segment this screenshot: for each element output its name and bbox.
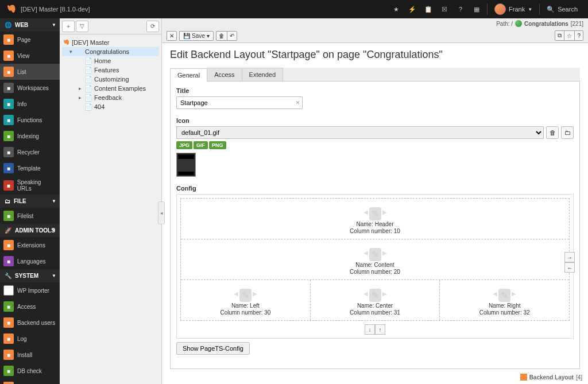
module-item-languages[interactable]: ■Languages — [0, 253, 60, 269]
flash-icon[interactable]: ⚡ — [404, 0, 420, 18]
tab-general[interactable]: General — [170, 68, 207, 82]
module-item-configuration[interactable]: ■Configuration — [0, 379, 60, 384]
open-new-window-button[interactable]: ⧉ — [555, 30, 564, 41]
new-page-icon[interactable]: ＋ — [62, 21, 75, 32]
edit-cell-icon[interactable]: ✎ — [369, 207, 381, 220]
tree-node[interactable]: 📄Customizing — [62, 75, 159, 84]
icon-select[interactable]: default_01.gif — [176, 126, 544, 139]
grid-cell[interactable]: ✎Name: HeaderColumn number: 10 — [181, 199, 569, 239]
tree-root[interactable]: [DEV] Master — [62, 38, 159, 47]
module-item-wp-importer[interactable]: ■WP Importer — [0, 282, 60, 298]
module-item-view[interactable]: ■View — [0, 48, 60, 64]
edit-cell-icon[interactable]: ✎ — [239, 289, 252, 302]
grid-cell[interactable]: ✎Name: LeftColumn number: 30 — [181, 280, 311, 320]
config-wizard: ✎Name: HeaderColumn number: 10✎Name: Con… — [176, 194, 574, 339]
delete-icon-button[interactable]: 🗑 — [546, 126, 559, 139]
tab-extended[interactable]: Extended — [242, 68, 283, 81]
clipboard-icon[interactable]: 📋 — [420, 0, 436, 18]
module-icon: ■ — [3, 317, 14, 328]
add-row-button[interactable]: ↓ — [365, 324, 375, 335]
bookmark-star-icon[interactable]: ★ — [388, 0, 404, 18]
module-item-page[interactable]: ■Page — [0, 32, 60, 48]
module-item-speaking-urls[interactable]: ■Speaking URLs — [0, 176, 60, 195]
globe-icon — [75, 48, 83, 56]
site-title: [DEV] Master [8.1.0-dev] — [21, 6, 90, 13]
module-item-info[interactable]: ■Info — [0, 96, 60, 112]
application-icon[interactable]: ▦ — [469, 0, 485, 18]
bookmark-button[interactable]: ☆ — [564, 30, 575, 41]
module-item-list[interactable]: ■List — [0, 64, 60, 80]
grid-cell[interactable]: ✎Name: RightColumn number: 32 — [440, 280, 569, 320]
module-label: Info — [17, 101, 27, 107]
tree-node-selected[interactable]: ▾ Congratulations — [62, 47, 159, 56]
save-group: 💾 Save ▾ — [179, 31, 214, 41]
user-menu[interactable]: Frank ▼ — [490, 3, 537, 15]
grid-cell[interactable]: ✎Name: ContentColumn number: 20 — [181, 239, 569, 280]
undo-button[interactable]: ↶ — [227, 31, 237, 41]
module-icon: ■ — [3, 285, 14, 296]
module-label: Indexing — [17, 133, 39, 139]
help-icon[interactable]: ? — [452, 0, 469, 18]
splitter-handle[interactable]: ◂ — [158, 201, 165, 224]
tree-node[interactable]: ▸📄Feedback — [62, 93, 159, 102]
edit-cell-icon[interactable]: ✎ — [369, 248, 381, 261]
title-input[interactable] — [176, 96, 303, 109]
show-pagets-button[interactable]: Show PageTS-Config — [176, 342, 250, 355]
modgroup-system[interactable]: 🔧 SYSTEM ▼ — [0, 269, 60, 282]
module-item-recycler[interactable]: ■Recycler — [0, 144, 60, 160]
add-column-button[interactable]: → — [564, 252, 575, 262]
clear-input-icon[interactable]: × — [296, 99, 300, 107]
refresh-icon[interactable]: ⟳ — [146, 21, 159, 32]
module-icon: ■ — [3, 115, 14, 125]
modgroup-web[interactable]: 🌐 WEB ▼ — [0, 18, 60, 32]
delete-button[interactable]: 🗑 — [216, 31, 227, 41]
tab-access[interactable]: Access — [207, 68, 242, 81]
user-name: Frank — [509, 6, 525, 13]
module-icon: ■ — [3, 256, 14, 266]
module-item-template[interactable]: ■Template — [0, 160, 60, 176]
filetype-badge: JPG — [176, 141, 192, 149]
page-tree-panel: ＋ ▽ ⟳ [DEV] Master ▾ Congratulations 📄Ho… — [60, 18, 162, 384]
clear-cache-icon[interactable]: ☒ — [436, 0, 452, 18]
tree-node[interactable]: 📄Home — [62, 56, 159, 65]
tree-toolbar: ＋ ▽ ⟳ — [60, 18, 161, 34]
module-item-install[interactable]: ■Install — [0, 347, 60, 363]
expand-icon[interactable]: ▸ — [77, 95, 83, 100]
module-item-indexing[interactable]: ■Indexing — [0, 128, 60, 144]
module-item-access[interactable]: ■Access — [0, 298, 60, 315]
module-label: Workspaces — [17, 85, 49, 91]
tree-node[interactable]: 📄404 — [62, 102, 159, 111]
module-item-backend-users[interactable]: ■Backend users — [0, 315, 60, 331]
module-label: Extensions — [17, 242, 45, 249]
toolbar-search[interactable]: 🔍 Search — [542, 6, 582, 13]
tree-node[interactable]: ▸📄Content Examples — [62, 84, 159, 93]
browse-icon-button[interactable]: 🗀 — [561, 126, 574, 139]
module-item-workspaces[interactable]: ■Workspaces — [0, 80, 60, 96]
filter-icon[interactable]: ▽ — [76, 21, 88, 32]
topbar: [DEV] Master [8.1.0-dev] ★ ⚡ 📋 ☒ ? ▦ Fra… — [0, 0, 588, 18]
field-title: Title × — [176, 87, 574, 109]
grid-cell[interactable]: ✎Name: CenterColumn number: 31 — [311, 280, 440, 320]
module-label: Page — [17, 37, 30, 43]
csh-help-button[interactable]: ? — [574, 30, 583, 41]
chevron-down-icon: ▼ — [52, 199, 56, 204]
remove-column-button[interactable]: ← — [564, 262, 575, 273]
tree-node[interactable]: 📄Features — [62, 65, 159, 75]
close-button[interactable]: ✕ — [167, 31, 177, 41]
module-item-log[interactable]: ■Log — [0, 331, 60, 347]
expand-icon[interactable]: ▸ — [77, 86, 83, 91]
modgroup-admin[interactable]: 🚀 ADMIN TOOLS ▼ — [0, 224, 60, 237]
edit-cell-icon[interactable]: ✎ — [369, 289, 381, 302]
save-button[interactable]: 💾 Save ▾ — [179, 31, 214, 41]
module-item-db-check[interactable]: ■DB check — [0, 363, 60, 379]
module-item-extensions[interactable]: ■Extensions — [0, 237, 60, 253]
page-icon: 📄 — [84, 103, 92, 111]
edit-cell-icon[interactable]: ✎ — [498, 289, 510, 302]
remove-row-button[interactable]: ↑ — [375, 324, 385, 335]
collapse-icon[interactable]: ▾ — [68, 49, 74, 55]
module-item-filelist[interactable]: ■Filelist — [0, 208, 60, 224]
modgroup-file[interactable]: 🗂 FILE ▼ — [0, 195, 60, 208]
module-item-functions[interactable]: ■Functions — [0, 112, 60, 128]
web-icon: 🌐 — [5, 22, 11, 28]
grid-col-controls: → ← — [564, 252, 575, 273]
